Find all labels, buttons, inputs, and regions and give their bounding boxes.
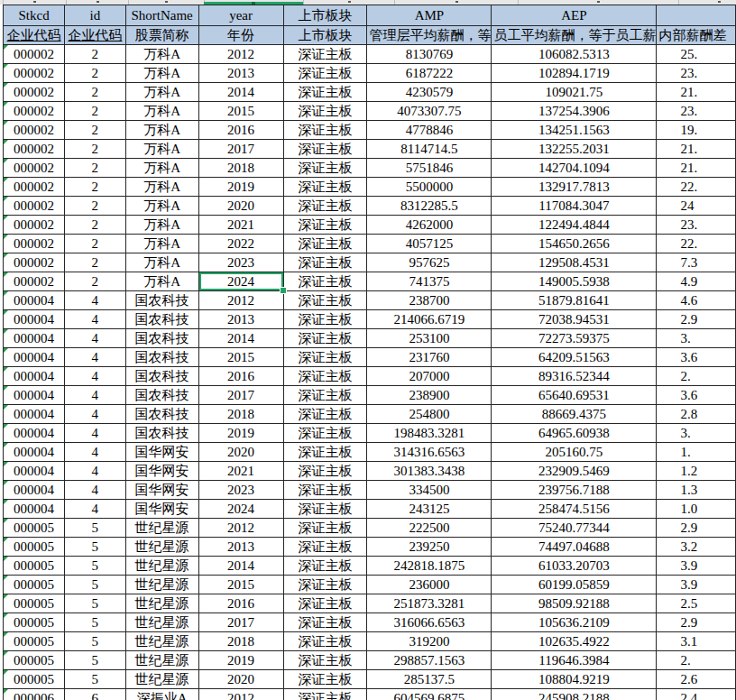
cell-shortname[interactable]: 国农科技 xyxy=(125,329,198,348)
cell-gap[interactable]: 19. xyxy=(657,121,736,140)
cell-shortname[interactable]: 万科A xyxy=(125,121,198,140)
cell-amp[interactable]: 334500 xyxy=(367,481,492,500)
cell-amp[interactable]: 243125 xyxy=(367,500,492,519)
cell-amp[interactable]: 8114714.5 xyxy=(367,140,492,159)
header-shortname[interactable]: ShortName xyxy=(125,5,198,26)
cell-id[interactable]: 4 xyxy=(65,481,125,500)
cell-amp[interactable]: 298857.1563 xyxy=(367,651,492,670)
cell-amp[interactable]: 604569.6875 xyxy=(367,689,492,700)
cell-gap[interactable]: 2.9 xyxy=(657,519,736,538)
cell-id[interactable]: 5 xyxy=(65,519,125,538)
cell-amp[interactable]: 957625 xyxy=(367,253,492,272)
cell-stkcd[interactable]: 000004 xyxy=(4,424,65,443)
cell-year[interactable]: 2014 xyxy=(198,329,283,348)
cell-board[interactable]: 深证主板 xyxy=(283,481,367,500)
cell-gap[interactable]: 21. xyxy=(657,83,736,102)
cell-id[interactable]: 4 xyxy=(65,500,125,519)
header-shortname[interactable]: 股票简称 xyxy=(125,26,198,45)
cell-gap[interactable]: 22. xyxy=(657,178,736,197)
cell-shortname[interactable]: 国华网安 xyxy=(125,443,198,462)
cell-year[interactable]: 2013 xyxy=(198,310,283,329)
cell-year[interactable]: 2017 xyxy=(198,140,283,159)
cell-amp[interactable]: 8312285.5 xyxy=(367,197,492,216)
cell-id[interactable]: 2 xyxy=(65,140,125,159)
cell-aep[interactable]: 232909.5469 xyxy=(492,462,657,481)
cell-stkcd[interactable]: 000004 xyxy=(4,481,65,500)
cell-board[interactable]: 深证主板 xyxy=(283,310,367,329)
cell-board[interactable]: 深证主板 xyxy=(283,462,367,481)
cell-aep[interactable]: 61033.20703 xyxy=(492,557,657,576)
cell-shortname[interactable]: 世纪星源 xyxy=(125,576,198,594)
cell-board[interactable]: 深证主板 xyxy=(283,689,367,700)
cell-stkcd[interactable]: 000002 xyxy=(4,64,65,83)
cell-aep[interactable]: 51879.81641 xyxy=(492,291,657,310)
cell-stkcd[interactable]: 000002 xyxy=(4,102,65,121)
header-stkcd[interactable]: 企业代码 xyxy=(4,26,65,45)
cell-id[interactable]: 4 xyxy=(65,443,125,462)
cell-board[interactable]: 深证主板 xyxy=(283,367,367,386)
cell-shortname[interactable]: 世纪星源 xyxy=(125,538,198,557)
cell-amp[interactable]: 6187222 xyxy=(367,64,492,83)
cell-year[interactable]: 2018 xyxy=(198,405,283,424)
cell-board[interactable]: 深证主板 xyxy=(283,594,367,613)
cell-amp[interactable]: 741375 xyxy=(367,272,492,291)
cell-gap[interactable]: 2. xyxy=(657,367,736,386)
cell-amp[interactable]: 198483.3281 xyxy=(367,424,492,443)
cell-board[interactable]: 深证主板 xyxy=(283,178,367,197)
cell-aep[interactable]: 106082.5313 xyxy=(492,45,657,64)
cell-id[interactable]: 2 xyxy=(65,272,125,291)
cell-board[interactable]: 深证主板 xyxy=(283,557,367,576)
cell-aep[interactable]: 137254.3906 xyxy=(492,102,657,121)
cell-board[interactable]: 深证主板 xyxy=(283,235,367,253)
cell-shortname[interactable]: 国农科技 xyxy=(125,291,198,310)
cell-board[interactable]: 深证主板 xyxy=(283,632,367,651)
cell-stkcd[interactable]: 000005 xyxy=(4,670,65,689)
cell-shortname[interactable]: 国农科技 xyxy=(125,405,198,424)
cell-stkcd[interactable]: 000002 xyxy=(4,235,65,253)
cell-id[interactable]: 5 xyxy=(65,651,125,670)
cell-gap[interactable]: 3. xyxy=(657,329,736,348)
cell-id[interactable]: 4 xyxy=(65,291,125,310)
cell-gap[interactable]: 2.9 xyxy=(657,310,736,329)
cell-gap[interactable]: 2.4 xyxy=(657,689,736,700)
cell-aep[interactable]: 74497.04688 xyxy=(492,538,657,557)
cell-gap[interactable]: 1.2 xyxy=(657,462,736,481)
cell-aep[interactable]: 88669.4375 xyxy=(492,405,657,424)
cell-id[interactable]: 4 xyxy=(65,348,125,367)
cell-amp[interactable]: 5751846 xyxy=(367,159,492,178)
header-gap[interactable]: 内部薪酬差 xyxy=(657,26,736,45)
cell-board[interactable]: 深证主板 xyxy=(283,348,367,367)
cell-stkcd[interactable]: 000004 xyxy=(4,386,65,405)
cell-stkcd[interactable]: 000002 xyxy=(4,121,65,140)
cell-id[interactable]: 4 xyxy=(65,367,125,386)
cell-board[interactable]: 深证主板 xyxy=(283,121,367,140)
cell-amp[interactable]: 231760 xyxy=(367,348,492,367)
cell-gap[interactable]: 21. xyxy=(657,159,736,178)
cell-aep[interactable]: 64965.60938 xyxy=(492,424,657,443)
cell-board[interactable]: 深证主板 xyxy=(283,197,367,216)
cell-id[interactable]: 2 xyxy=(65,197,125,216)
cell-year[interactable]: 2014 xyxy=(198,83,283,102)
cell-aep[interactable]: 245908.2188 xyxy=(492,689,657,700)
cell-stkcd[interactable]: 000005 xyxy=(4,538,65,557)
cell-stkcd[interactable]: 000004 xyxy=(4,329,65,348)
cell-board[interactable]: 深证主板 xyxy=(283,613,367,632)
cell-year[interactable]: 2017 xyxy=(198,613,283,632)
cell-id[interactable]: 2 xyxy=(65,45,125,64)
header-id[interactable]: 企业代码 xyxy=(65,26,125,45)
cell-id[interactable]: 2 xyxy=(65,216,125,235)
cell-shortname[interactable]: 世纪星源 xyxy=(125,613,198,632)
cell-gap[interactable]: 2. xyxy=(657,651,736,670)
cell-year[interactable]: 2020 xyxy=(198,443,283,462)
cell-amp[interactable]: 222500 xyxy=(367,519,492,538)
cell-aep[interactable]: 132255.2031 xyxy=(492,140,657,159)
cell-id[interactable]: 2 xyxy=(65,83,125,102)
cell-amp[interactable]: 4778846 xyxy=(367,121,492,140)
cell-gap[interactable]: 24 xyxy=(657,197,736,216)
cell-stkcd[interactable]: 000002 xyxy=(4,83,65,102)
cell-year[interactable]: 2012 xyxy=(198,291,283,310)
cell-amp[interactable]: 238900 xyxy=(367,386,492,405)
cell-id[interactable]: 5 xyxy=(65,538,125,557)
cell-aep[interactable]: 105636.2109 xyxy=(492,613,657,632)
header-stkcd[interactable]: Stkcd xyxy=(4,5,65,26)
